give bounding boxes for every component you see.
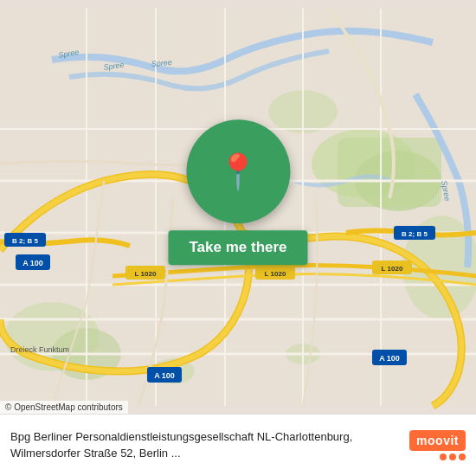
moovit-logo-box: moovit	[409, 430, 466, 451]
svg-text:A 100: A 100	[379, 354, 400, 363]
svg-text:A 100: A 100	[154, 371, 175, 380]
app: A 100 A 100 A 100 B 2; B 5 B 2; B 5 L 10…	[0, 0, 476, 476]
moovit-logo: moovit	[409, 430, 466, 460]
svg-text:Spree: Spree	[151, 58, 172, 68]
svg-text:Dreieck Funktum: Dreieck Funktum	[10, 345, 69, 354]
moovit-dot-2	[449, 453, 456, 460]
svg-text:B 2; B 5: B 2; B 5	[402, 230, 428, 238]
moovit-dot-1	[440, 453, 447, 460]
map-pin-circle: 📍	[186, 119, 290, 223]
svg-text:L 1020: L 1020	[265, 270, 286, 278]
svg-text:A 100: A 100	[23, 259, 43, 267]
location-pin-icon: 📍	[216, 154, 260, 189]
svg-text:L 1020: L 1020	[382, 265, 403, 273]
moovit-dot-3	[459, 453, 466, 460]
address-text: Bpg Berliner Personaldienstleistungsgese…	[10, 429, 409, 460]
take-me-there-button[interactable]: Take me there	[168, 230, 307, 265]
map-container: A 100 A 100 A 100 B 2; B 5 B 2; B 5 L 10…	[0, 0, 476, 414]
moovit-dots	[440, 453, 466, 460]
svg-text:B 2; B 5: B 2; B 5	[12, 237, 38, 245]
bottom-panel: Bpg Berliner Personaldienstleistungsgese…	[0, 414, 476, 476]
svg-text:L 1020: L 1020	[135, 270, 157, 278]
attribution-text: © OpenStreetMap contributors	[0, 401, 128, 414]
take-me-there-container: 📍 Take me there	[168, 119, 307, 265]
